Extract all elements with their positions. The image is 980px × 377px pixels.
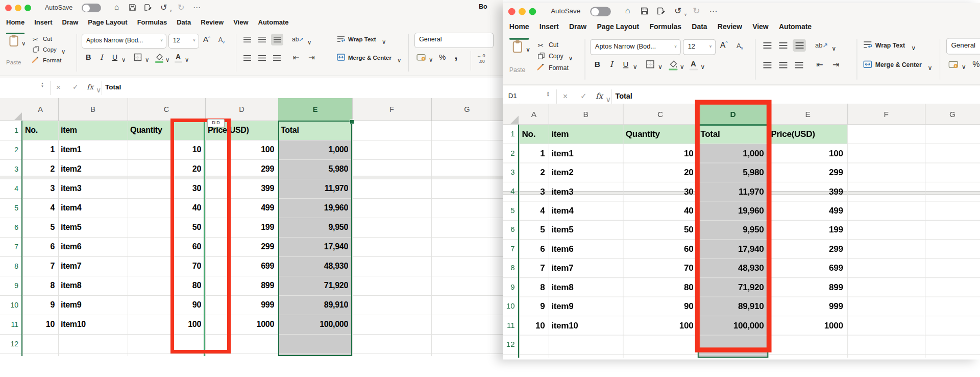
cell-A9[interactable]: 8 bbox=[519, 277, 545, 296]
accounting-chevron-icon[interactable]: ∨ bbox=[962, 63, 966, 71]
cell-E10[interactable]: 999 bbox=[768, 297, 843, 316]
insert-function-icon[interactable]: fx bbox=[596, 91, 603, 100]
cell-B1[interactable]: item bbox=[61, 121, 125, 140]
format-button[interactable]: Format bbox=[549, 64, 569, 71]
cell-B3[interactable]: item2 bbox=[61, 159, 125, 179]
save-as-icon[interactable] bbox=[657, 6, 665, 15]
column-header-F[interactable]: F bbox=[352, 98, 431, 121]
cell-B5[interactable]: item4 bbox=[61, 198, 125, 218]
align-right-icon[interactable] bbox=[794, 60, 803, 70]
cell-D6[interactable]: 199 bbox=[205, 218, 274, 237]
cell-C6[interactable]: 50 bbox=[128, 218, 201, 237]
font-color-icon[interactable]: A bbox=[691, 59, 696, 68]
wrap-text-icon[interactable] bbox=[337, 35, 345, 44]
wrap-text-icon[interactable] bbox=[863, 40, 872, 50]
scissors-icon[interactable]: ✂ bbox=[537, 41, 544, 50]
cell-A11[interactable]: 10 bbox=[519, 316, 545, 335]
font-color-chevron-icon[interactable]: ∨ bbox=[700, 63, 705, 71]
merge-center-button[interactable]: Merge & Center bbox=[348, 55, 391, 61]
cell-C11[interactable]: 100 bbox=[623, 316, 693, 335]
align-center-icon[interactable] bbox=[258, 54, 266, 63]
formula-input[interactable]: Total bbox=[105, 83, 121, 91]
cell-D9[interactable]: 899 bbox=[205, 276, 274, 295]
row-header-9[interactable]: 9 bbox=[503, 277, 515, 296]
format-brush-icon[interactable] bbox=[536, 63, 544, 72]
minimize-icon[interactable] bbox=[15, 5, 21, 11]
cell-E8[interactable]: 699 bbox=[768, 258, 843, 277]
row-header-3[interactable]: 3 bbox=[503, 162, 515, 181]
cut-button[interactable]: Cut bbox=[43, 36, 52, 42]
tab-insert[interactable]: Insert bbox=[34, 18, 52, 26]
paste-button[interactable]: Paste bbox=[509, 66, 525, 73]
cell-C10[interactable]: 90 bbox=[623, 297, 693, 316]
tab-view[interactable]: View bbox=[233, 18, 248, 26]
row-header-5[interactable]: 5 bbox=[0, 198, 18, 218]
align-bottom-icon[interactable] bbox=[793, 39, 806, 52]
cell-D2[interactable]: 100 bbox=[205, 140, 274, 159]
cell-C2[interactable]: 10 bbox=[128, 140, 201, 159]
grow-font-button[interactable]: A^ bbox=[203, 35, 210, 43]
cell-A4[interactable]: 3 bbox=[519, 182, 545, 201]
copy-button[interactable]: Copy bbox=[43, 46, 57, 53]
paste-clipboard-icon[interactable] bbox=[8, 34, 19, 48]
tab-formulas[interactable]: Formulas bbox=[137, 18, 167, 26]
cell-A6[interactable]: 5 bbox=[519, 220, 545, 239]
fullscreen-icon[interactable] bbox=[24, 5, 31, 11]
shrink-font-button[interactable]: Av bbox=[737, 42, 743, 51]
accounting-format-icon[interactable] bbox=[948, 60, 959, 69]
cell-B5[interactable]: item4 bbox=[551, 201, 620, 220]
cell-B6[interactable]: item5 bbox=[61, 218, 125, 237]
cell-B6[interactable]: item5 bbox=[551, 220, 620, 239]
cell-D10[interactable]: 999 bbox=[205, 295, 274, 315]
cell-C5[interactable]: 40 bbox=[128, 198, 201, 218]
tab-formulas[interactable]: Formulas bbox=[649, 23, 681, 31]
cell-C10[interactable]: 90 bbox=[128, 295, 201, 315]
save-as-icon[interactable] bbox=[144, 3, 152, 11]
cell-A5[interactable]: 4 bbox=[22, 198, 55, 218]
merge-center-chevron-icon[interactable]: ∨ bbox=[927, 64, 932, 72]
tab-home[interactable]: Home bbox=[509, 23, 529, 31]
selection-fill-handle[interactable] bbox=[350, 120, 354, 124]
cell-C4[interactable]: 30 bbox=[128, 179, 201, 198]
font-color-icon[interactable]: A bbox=[176, 53, 181, 61]
cell-A11[interactable]: 10 bbox=[22, 315, 55, 334]
align-left-icon[interactable] bbox=[243, 54, 252, 63]
row-header-8[interactable]: 8 bbox=[0, 256, 18, 276]
cell-A2[interactable]: 1 bbox=[519, 144, 545, 162]
insert-function-icon[interactable]: fx bbox=[87, 83, 93, 91]
cell-C2[interactable]: 10 bbox=[623, 144, 693, 162]
italic-button[interactable]: I bbox=[100, 53, 103, 61]
home-icon[interactable]: ⌂ bbox=[625, 5, 630, 16]
cell-B8[interactable]: item7 bbox=[551, 258, 620, 277]
underline-chevron-icon[interactable]: ∨ bbox=[633, 63, 638, 71]
decrease-indent-icon[interactable]: ⇤ bbox=[816, 60, 823, 69]
enter-icon[interactable]: ✓ bbox=[580, 91, 587, 100]
cell-C3[interactable]: 20 bbox=[623, 162, 693, 181]
cell-B8[interactable]: item7 bbox=[61, 256, 125, 276]
bold-button[interactable]: B bbox=[595, 60, 600, 68]
cancel-icon[interactable]: × bbox=[56, 83, 61, 91]
orientation-chevron-icon[interactable]: ∨ bbox=[307, 39, 311, 46]
italic-button[interactable]: I bbox=[610, 60, 613, 68]
cell-A7[interactable]: 6 bbox=[22, 237, 55, 256]
cell-C7[interactable]: 60 bbox=[623, 239, 693, 258]
fill-chevron-icon[interactable]: ∨ bbox=[680, 63, 684, 71]
close-icon[interactable] bbox=[5, 5, 12, 11]
row-header-7[interactable]: 7 bbox=[0, 237, 18, 256]
undo-icon[interactable]: ↺ bbox=[674, 6, 681, 16]
cell-A9[interactable]: 8 bbox=[22, 276, 55, 295]
fill-chevron-icon[interactable]: ∨ bbox=[165, 56, 169, 63]
wrap-text-button[interactable]: Wrap Text bbox=[875, 42, 905, 49]
save-icon[interactable] bbox=[129, 3, 136, 11]
tab-draw[interactable]: Draw bbox=[569, 23, 586, 31]
increase-decimal-icon[interactable]: ←.0 bbox=[477, 53, 485, 58]
tab-page-layout[interactable]: Page Layout bbox=[88, 18, 127, 26]
row-header-10[interactable]: 10 bbox=[503, 297, 515, 316]
redo-icon[interactable]: ↻ bbox=[693, 6, 700, 16]
merge-center-chevron-icon[interactable]: ∨ bbox=[397, 57, 401, 64]
cell-B11[interactable]: item10 bbox=[61, 315, 125, 334]
cell-B9[interactable]: item8 bbox=[61, 276, 125, 295]
home-icon[interactable]: ⌂ bbox=[114, 2, 119, 12]
align-left-icon[interactable] bbox=[763, 60, 772, 70]
cut-button[interactable]: Cut bbox=[549, 41, 558, 48]
